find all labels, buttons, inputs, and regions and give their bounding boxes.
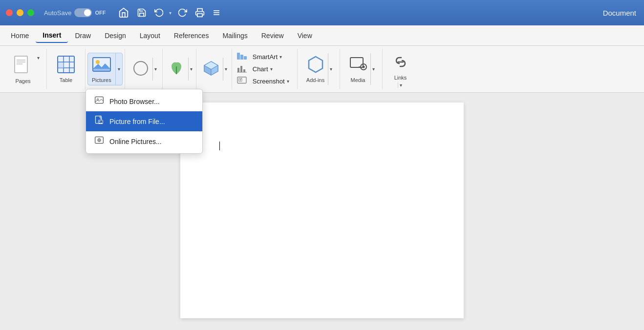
3d-models-btn[interactable]	[199, 58, 223, 81]
text-cursor	[219, 142, 220, 150]
menu-design[interactable]: Design	[98, 29, 133, 42]
svg-point-25	[134, 62, 148, 75]
ribbon-group-media-insert: SmartArt ▾ Chart ▾	[232, 49, 298, 89]
ribbon-group-shapes: ▾	[125, 49, 163, 89]
online-pictures-item[interactable]: Online Pictures...	[86, 131, 202, 151]
undo-arrow-icon: ▾	[169, 10, 172, 16]
smartart-btn[interactable]: SmartArt ▾	[250, 52, 285, 62]
chart-arrow-icon: ▾	[270, 66, 273, 72]
pages-btn[interactable]: Pages	[10, 52, 36, 86]
svg-rect-13	[58, 62, 64, 68]
photo-browser-label: Photo Browser...	[109, 98, 160, 105]
smartart-icon	[237, 52, 247, 62]
pictures-dropdown: Photo Browser... Picture from File...	[86, 89, 203, 154]
smartart-row: SmartArt ▾	[237, 52, 285, 62]
shapes-arrow-btn[interactable]: ▾	[152, 58, 158, 81]
links-btn[interactable]: Links	[388, 51, 413, 82]
svg-point-40	[239, 79, 241, 81]
svg-point-15	[96, 60, 100, 64]
pages-label: Pages	[15, 78, 30, 84]
menu-insert[interactable]: Insert	[36, 28, 68, 43]
menu-review[interactable]: Review	[255, 29, 291, 42]
toggle-knob	[84, 9, 91, 16]
photo-browser-item[interactable]: Photo Browser...	[86, 91, 202, 111]
menu-draw[interactable]: Draw	[68, 29, 98, 42]
online-pictures-label: Online Pictures...	[109, 138, 162, 145]
document-page[interactable]	[180, 103, 464, 318]
media-arrow-btn[interactable]: ▾	[370, 53, 376, 85]
chart-label: Chart	[253, 65, 268, 73]
chart-row: Chart ▾	[237, 64, 276, 75]
menu-home[interactable]: Home	[4, 29, 36, 42]
ribbon-group-icons: ▾	[163, 49, 196, 89]
picture-from-file-label: Picture from File...	[109, 118, 165, 125]
pages-arrow-btn[interactable]: ▾	[36, 54, 41, 62]
online-pictures-icon	[94, 135, 105, 147]
screenshot-row: Screenshot ▾	[237, 76, 292, 87]
more-btn[interactable]	[210, 7, 223, 19]
ribbon-group-table: Table	[47, 49, 86, 89]
icons-icon	[168, 60, 185, 79]
svg-rect-32	[240, 55, 243, 60]
smartart-label: SmartArt	[253, 53, 278, 61]
addins-arrow-btn[interactable]: ▾	[328, 53, 334, 85]
media-icon	[349, 55, 367, 75]
icons-btn[interactable]	[165, 58, 188, 81]
pictures-label: Pictures	[92, 77, 111, 83]
table-btn[interactable]: Table	[53, 53, 79, 85]
svg-rect-36	[243, 69, 245, 72]
pages-icon	[14, 54, 32, 76]
minimize-button[interactable]	[17, 9, 23, 16]
pictures-btn[interactable]: Pictures	[88, 53, 115, 85]
svg-marker-42	[309, 57, 322, 72]
smartart-arrow-icon: ▾	[279, 54, 282, 60]
links-label: Links	[394, 75, 407, 81]
pictures-arrow-btn[interactable]: ▾	[115, 53, 122, 85]
menu-layout[interactable]: Layout	[133, 29, 167, 42]
svg-rect-0	[197, 14, 202, 17]
document-title: Document	[603, 0, 644, 25]
links-arrow-btn[interactable]: ▾	[398, 82, 404, 88]
screenshot-btn[interactable]: Screenshot ▾	[250, 76, 292, 86]
close-button[interactable]	[6, 9, 13, 16]
maximize-button[interactable]	[27, 9, 34, 16]
3d-arrow-btn[interactable]: ▾	[223, 58, 229, 81]
picture-from-file-icon	[94, 115, 105, 127]
toolbar-icons: ▾	[115, 5, 223, 20]
ribbon-content: Pages ▾ Table	[4, 49, 419, 89]
window-controls	[6, 9, 34, 16]
chart-btn[interactable]: Chart ▾	[250, 64, 276, 74]
chart-icon	[237, 64, 247, 75]
svg-rect-35	[240, 66, 242, 72]
svg-point-20	[99, 121, 100, 122]
shapes-btn[interactable]	[129, 58, 152, 81]
ribbon-group-addins: Add-ins ▾	[298, 49, 340, 89]
addins-label: Add-ins	[306, 77, 324, 83]
media-btn[interactable]: Media	[346, 53, 370, 85]
picture-from-file-item[interactable]: Picture from File...	[86, 111, 202, 131]
menu-view[interactable]: View	[291, 29, 319, 42]
table-icon	[57, 55, 75, 75]
menu-mailings[interactable]: Mailings	[215, 29, 254, 42]
icons-arrow-btn[interactable]: ▾	[188, 58, 194, 81]
autosave-toggle[interactable]	[74, 8, 92, 17]
table-label: Table	[60, 77, 72, 83]
svg-rect-31	[237, 53, 240, 60]
menu-references[interactable]: References	[167, 29, 216, 42]
photo-browser-icon	[94, 95, 105, 107]
svg-rect-4	[15, 56, 27, 73]
screenshot-icon	[237, 76, 247, 87]
shapes-icon	[132, 60, 150, 79]
pictures-icon	[92, 55, 111, 75]
screenshot-label: Screenshot	[253, 78, 285, 85]
print-btn[interactable]	[192, 6, 208, 20]
links-icon	[391, 53, 410, 73]
home-icon-btn[interactable]	[115, 5, 132, 20]
addins-btn[interactable]: Add-ins	[303, 53, 328, 85]
screenshot-arrow-icon: ▾	[287, 79, 289, 84]
undo-btn[interactable]	[151, 6, 167, 20]
ribbon-group-pages: Pages ▾	[4, 49, 47, 89]
redo-btn[interactable]	[174, 6, 190, 20]
svg-point-45	[362, 66, 365, 68]
save-icon-btn[interactable]	[134, 6, 150, 20]
